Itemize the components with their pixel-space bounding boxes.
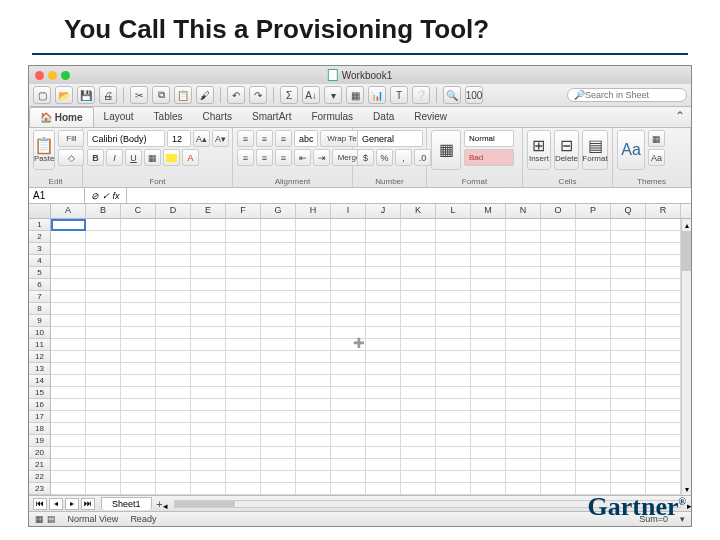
cell[interactable] [611,339,646,350]
cell[interactable] [156,435,191,446]
currency-button[interactable]: $ [357,149,374,166]
cell[interactable] [191,315,226,326]
cell[interactable] [226,483,261,494]
cell[interactable] [121,315,156,326]
cell[interactable] [331,363,366,374]
cell[interactable] [296,363,331,374]
cell[interactable] [121,375,156,386]
cell[interactable] [506,411,541,422]
cell[interactable] [471,375,506,386]
cell[interactable] [436,423,471,434]
cell[interactable] [366,483,401,494]
cell[interactable] [576,399,611,410]
cell[interactable] [576,423,611,434]
cell[interactable] [156,291,191,302]
cell[interactable] [296,459,331,470]
cell[interactable] [471,399,506,410]
cell[interactable] [226,255,261,266]
cell[interactable] [226,363,261,374]
cell[interactable] [611,267,646,278]
cell[interactable] [226,279,261,290]
cell[interactable] [646,399,681,410]
cell[interactable] [541,399,576,410]
row-header[interactable]: 17 [29,411,51,423]
cell[interactable] [401,351,436,362]
column-header[interactable]: K [401,204,436,218]
cell[interactable] [261,471,296,482]
style-normal[interactable]: Normal [464,130,514,147]
cell[interactable] [156,411,191,422]
cell[interactable] [646,315,681,326]
cell[interactable] [401,459,436,470]
cell[interactable] [506,387,541,398]
search-input[interactable] [585,90,680,100]
cell[interactable] [191,471,226,482]
cell[interactable] [541,339,576,350]
cell[interactable] [366,375,401,386]
cell[interactable] [506,279,541,290]
row-header[interactable]: 8 [29,303,51,315]
cell[interactable] [121,459,156,470]
row-header[interactable]: 6 [29,279,51,291]
cell[interactable] [86,339,121,350]
cell[interactable] [191,303,226,314]
font-family-select[interactable]: Calibri (Body) [87,130,165,147]
cell[interactable] [331,243,366,254]
align-bottom-button[interactable]: ≡ [275,130,292,147]
fill-color-button[interactable] [163,149,180,166]
cell[interactable] [226,303,261,314]
cell[interactable] [401,339,436,350]
number-format-select[interactable]: General [357,130,423,147]
cell[interactable] [646,459,681,470]
cell[interactable] [86,363,121,374]
cell[interactable] [366,363,401,374]
cell[interactable] [156,267,191,278]
cell[interactable] [191,243,226,254]
cell[interactable] [541,351,576,362]
zoom-slider-button[interactable]: 🔍 [443,86,461,104]
cell[interactable] [261,315,296,326]
cell[interactable] [121,351,156,362]
row-header[interactable]: 21 [29,459,51,471]
cell[interactable] [296,219,331,230]
cell[interactable] [366,447,401,458]
cell[interactable] [436,483,471,494]
cell[interactable] [436,387,471,398]
cell[interactable] [471,459,506,470]
cell[interactable] [296,471,331,482]
themes-button[interactable]: Aa [617,130,645,170]
cell[interactable] [261,243,296,254]
cell[interactable] [436,279,471,290]
cell[interactable] [261,435,296,446]
cell[interactable] [296,387,331,398]
cell[interactable] [366,255,401,266]
search-field[interactable]: 🔎 [567,88,687,102]
cell[interactable] [506,447,541,458]
cell[interactable] [191,483,226,494]
cell[interactable] [226,339,261,350]
row-header[interactable]: 15 [29,387,51,399]
row-header[interactable]: 22 [29,471,51,483]
cell[interactable] [296,351,331,362]
cell[interactable] [436,459,471,470]
cell[interactable] [226,351,261,362]
cell[interactable] [646,279,681,290]
cell[interactable] [366,351,401,362]
cell[interactable] [471,219,506,230]
cell[interactable] [611,231,646,242]
cell[interactable] [646,291,681,302]
cell[interactable] [541,243,576,254]
cell[interactable] [226,267,261,278]
cell[interactable] [191,375,226,386]
cell[interactable] [51,303,86,314]
cell[interactable] [366,279,401,290]
cell[interactable] [576,279,611,290]
cell[interactable] [611,291,646,302]
cell[interactable] [541,447,576,458]
cell[interactable] [121,291,156,302]
cell[interactable] [296,267,331,278]
column-header[interactable]: L [436,204,471,218]
cell[interactable] [296,279,331,290]
cell[interactable] [261,231,296,242]
cell[interactable] [541,315,576,326]
